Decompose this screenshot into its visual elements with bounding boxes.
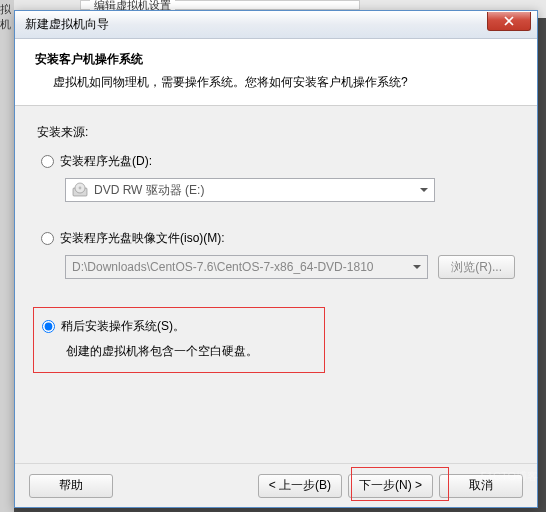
back-button[interactable]: < 上一步(B) — [258, 474, 342, 498]
option-iso-row: 安装程序光盘映像文件(iso)(M): — [37, 230, 515, 247]
later-hint-text: 创建的虚拟机将包含一个空白硬盘。 — [66, 343, 316, 360]
browse-button[interactable]: 浏览(R)... — [438, 255, 515, 279]
header-section: 安装客户机操作系统 虚拟机如同物理机，需要操作系统。您将如何安装客户机操作系统? — [15, 39, 537, 106]
sidebar-remnant-text: 拟机 — [0, 2, 14, 32]
titlebar: 新建虚拟机向导 — [15, 11, 537, 39]
button-bar: 帮助 < 上一步(B) 下一步(N) > 取消 — [15, 463, 537, 507]
iso-path-input[interactable]: D:\Downloads\CentOS-7.6\CentOS-7-x86_64-… — [65, 255, 428, 279]
close-icon — [504, 16, 514, 26]
radio-iso-label: 安装程序光盘映像文件(iso)(M): — [60, 230, 225, 247]
header-subtitle: 虚拟机如同物理机，需要操作系统。您将如何安装客户机操作系统? — [35, 74, 517, 91]
disc-dropdown-wrap: DVD RW 驱动器 (E:) — [65, 178, 515, 202]
option-disc-row: 安装程序光盘(D): — [37, 153, 515, 170]
dvd-drive-icon — [72, 182, 88, 198]
radio-later-label: 稍后安装操作系统(S)。 — [61, 318, 185, 335]
svg-point-2 — [79, 187, 82, 190]
next-button[interactable]: 下一步(N) > — [348, 474, 433, 498]
radio-iso[interactable] — [41, 232, 54, 245]
close-button[interactable] — [487, 12, 531, 31]
background-sidebar: 拟机 — [0, 0, 14, 512]
disc-dropdown-value: DVD RW 驱动器 (E:) — [94, 182, 204, 199]
radio-disc-label: 安装程序光盘(D): — [60, 153, 152, 170]
next-button-label: 下一步(N) > — [359, 477, 422, 494]
chevron-down-icon — [413, 265, 421, 269]
iso-path-value: D:\Downloads\CentOS-7.6\CentOS-7-x86_64-… — [72, 260, 373, 274]
highlight-later-option: 稍后安装操作系统(S)。 创建的虚拟机将包含一个空白硬盘。 — [33, 307, 325, 373]
help-button[interactable]: 帮助 — [29, 474, 113, 498]
option-later-row: 稍后安装操作系统(S)。 — [38, 318, 316, 335]
back-button-label: < 上一步(B) — [269, 477, 331, 494]
install-source-label: 安装来源: — [37, 124, 515, 141]
new-vm-wizard-dialog: 新建虚拟机向导 安装客户机操作系统 虚拟机如同物理机，需要操作系统。您将如何安装… — [14, 10, 538, 508]
browse-button-label: 浏览(R)... — [451, 259, 502, 276]
watermark: 51CTO博客 — [481, 469, 538, 484]
help-button-label: 帮助 — [59, 477, 83, 494]
disc-dropdown[interactable]: DVD RW 驱动器 (E:) — [65, 178, 435, 202]
radio-later[interactable] — [42, 320, 55, 333]
dialog-title: 新建虚拟机向导 — [25, 16, 109, 33]
header-title: 安装客户机操作系统 — [35, 51, 517, 68]
content-area: 安装来源: 安装程序光盘(D): DVD RW 驱动器 (E:) 安装程序光盘映… — [15, 106, 537, 383]
radio-disc[interactable] — [41, 155, 54, 168]
chevron-down-icon — [420, 188, 428, 192]
iso-controls: D:\Downloads\CentOS-7.6\CentOS-7-x86_64-… — [65, 255, 515, 279]
